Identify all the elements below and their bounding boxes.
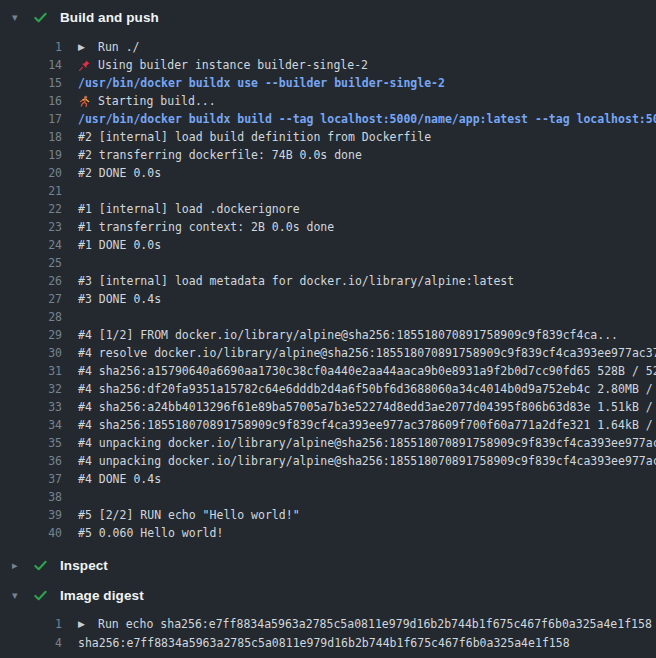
- line-number-link[interactable]: 38: [0, 490, 62, 504]
- log-line-text: #4 sha256:a15790640a6690aa1730c38cf0a440…: [78, 364, 656, 378]
- runner-icon: [78, 95, 94, 108]
- check-icon: [32, 9, 48, 25]
- log-line-text: #4 resolve docker.io/library/alpine@sha2…: [78, 346, 656, 360]
- line-number-link[interactable]: 29: [0, 328, 62, 342]
- log-line: 22#1 [internal] load .dockerignore: [0, 200, 656, 218]
- log-line-text: #4 sha256:a24bb4013296f61e89ba57005a7b3e…: [78, 400, 656, 414]
- chevron-right-icon[interactable]: ▸: [12, 560, 32, 571]
- section-header-inspect[interactable]: ▸Inspect: [0, 550, 656, 580]
- log-line-text: #1 transferring context: 2B 0.0s done: [78, 220, 334, 234]
- line-number-link[interactable]: 37: [0, 472, 62, 486]
- section-header-build-and-push[interactable]: ▾Build and push: [0, 2, 656, 32]
- workflow-log-viewer: ▾Build and push1▶Run ./14Using builder i…: [0, 0, 656, 658]
- line-number-link[interactable]: 1: [0, 40, 62, 54]
- line-number-link[interactable]: 28: [0, 310, 62, 324]
- line-number-link[interactable]: 30: [0, 346, 62, 360]
- line-number-link[interactable]: 26: [0, 274, 62, 288]
- check-icon: [32, 587, 48, 603]
- log-line: 25: [0, 254, 656, 272]
- log-line: 27#3 DONE 0.4s: [0, 290, 656, 308]
- line-number-link[interactable]: 19: [0, 148, 62, 162]
- line-number-link[interactable]: 24: [0, 238, 62, 252]
- log-line-text: /usr/bin/docker buildx use --builder bui…: [78, 76, 445, 90]
- log-line: 1▶Run echo sha256:e7ff8834a5963a2785c5a0…: [0, 614, 656, 633]
- play-icon: ▶: [78, 619, 94, 629]
- log-line: 17/usr/bin/docker buildx build --tag loc…: [0, 110, 656, 128]
- line-number-link[interactable]: 14: [0, 58, 62, 72]
- log-line: 24#1 DONE 0.0s: [0, 236, 656, 254]
- log-line-text: #5 [2/2] RUN echo "Hello world!": [78, 508, 300, 522]
- line-number-link[interactable]: 16: [0, 94, 62, 108]
- line-number-link[interactable]: 40: [0, 526, 62, 540]
- line-number-link[interactable]: 25: [0, 256, 62, 270]
- log-line: 36#4 unpacking docker.io/library/alpine@…: [0, 452, 656, 470]
- line-number-link[interactable]: 27: [0, 292, 62, 306]
- line-number-link[interactable]: 39: [0, 508, 62, 522]
- line-number-link[interactable]: 34: [0, 418, 62, 432]
- log-line: 37#4 DONE 0.4s: [0, 470, 656, 488]
- line-number-link[interactable]: 20: [0, 166, 62, 180]
- log-line: 40#5 0.060 Hello world!: [0, 524, 656, 542]
- log-line-text: #2 DONE 0.0s: [78, 166, 161, 180]
- line-number-link[interactable]: 33: [0, 400, 62, 414]
- play-icon: ▶: [78, 42, 94, 52]
- line-number-link[interactable]: 31: [0, 364, 62, 378]
- log-line: 19#2 transferring dockerfile: 74B 0.0s d…: [0, 146, 656, 164]
- log-line: 15/usr/bin/docker buildx use --builder b…: [0, 74, 656, 92]
- log-line-text: #4 unpacking docker.io/library/alpine@sh…: [78, 454, 656, 468]
- log-line-text: #4 DONE 0.4s: [78, 472, 161, 486]
- log-line: 28: [0, 308, 656, 326]
- log-line: 32#4 sha256:df20fa9351a15782c64e6dddb2d4…: [0, 380, 656, 398]
- log-line: 18#2 [internal] load build definition fr…: [0, 128, 656, 146]
- log-line: 34#4 sha256:185518070891758909c9f839cf4c…: [0, 416, 656, 434]
- line-number-link[interactable]: 32: [0, 382, 62, 396]
- log-line-text: #1 DONE 0.0s: [78, 238, 161, 252]
- pushpin-icon: [78, 59, 94, 72]
- chevron-down-icon[interactable]: ▾: [12, 12, 32, 23]
- log-line: 21: [0, 182, 656, 200]
- log-line: 35#4 unpacking docker.io/library/alpine@…: [0, 434, 656, 452]
- log-line: 1▶Run ./: [0, 38, 656, 56]
- log-block-build-and-push: 1▶Run ./14Using builder instance builder…: [0, 32, 656, 550]
- section-header-image-digest[interactable]: ▾Image digest: [0, 580, 656, 610]
- line-number-link[interactable]: 21: [0, 184, 62, 198]
- log-line: 30#4 resolve docker.io/library/alpine@sh…: [0, 344, 656, 362]
- log-line-text: sha256:e7ff8834a5963a2785c5a0811e979d16b…: [78, 636, 570, 650]
- log-line-text: #2 [internal] load build definition from…: [78, 130, 431, 144]
- line-number-link[interactable]: 4: [0, 636, 62, 650]
- line-number-link[interactable]: 35: [0, 436, 62, 450]
- line-number-link[interactable]: 1: [0, 617, 62, 631]
- line-number-link[interactable]: 23: [0, 220, 62, 234]
- line-number-link[interactable]: 22: [0, 202, 62, 216]
- log-line: 16Starting build...: [0, 92, 656, 110]
- log-line-text: /usr/bin/docker buildx build --tag local…: [78, 112, 656, 126]
- log-line-text: Run echo sha256:e7ff8834a5963a2785c5a081…: [98, 617, 652, 631]
- log-line-text: #5 0.060 Hello world!: [78, 526, 223, 540]
- log-block-image-digest: 1▶Run echo sha256:e7ff8834a5963a2785c5a0…: [0, 610, 656, 652]
- log-line: 39#5 [2/2] RUN echo "Hello world!": [0, 506, 656, 524]
- log-line-text: Using builder instance builder-single-2: [98, 58, 368, 72]
- log-line: 14Using builder instance builder-single-…: [0, 56, 656, 74]
- log-line: 26#3 [internal] load metadata for docker…: [0, 272, 656, 290]
- log-line-text: #4 unpacking docker.io/library/alpine@sh…: [78, 436, 656, 450]
- check-icon: [32, 557, 48, 573]
- log-line: 4sha256:e7ff8834a5963a2785c5a0811e979d16…: [0, 633, 656, 652]
- line-number-link[interactable]: 17: [0, 112, 62, 126]
- log-line-text: #4 sha256:df20fa9351a15782c64e6dddb2d4a6…: [78, 382, 656, 396]
- chevron-down-icon[interactable]: ▾: [12, 590, 32, 601]
- log-line: 31#4 sha256:a15790640a6690aa1730c38cf0a4…: [0, 362, 656, 380]
- section-title: Build and push: [60, 10, 159, 25]
- log-line-text: #2 transferring dockerfile: 74B 0.0s don…: [78, 148, 362, 162]
- log-line-text: #3 DONE 0.4s: [78, 292, 161, 306]
- line-number-link[interactable]: 18: [0, 130, 62, 144]
- log-line-text: Starting build...: [98, 94, 216, 108]
- log-line-text: #4 sha256:185518070891758909c9f839cf4ca3…: [78, 418, 656, 432]
- log-line: 29#4 [1/2] FROM docker.io/library/alpine…: [0, 326, 656, 344]
- log-line: 20#2 DONE 0.0s: [0, 164, 656, 182]
- log-line: 38: [0, 488, 656, 506]
- line-number-link[interactable]: 15: [0, 76, 62, 90]
- line-number-link[interactable]: 36: [0, 454, 62, 468]
- log-line-text: #4 [1/2] FROM docker.io/library/alpine@s…: [78, 328, 618, 342]
- log-line-text: Run ./: [98, 40, 140, 54]
- log-line-text: #3 [internal] load metadata for docker.i…: [78, 274, 514, 288]
